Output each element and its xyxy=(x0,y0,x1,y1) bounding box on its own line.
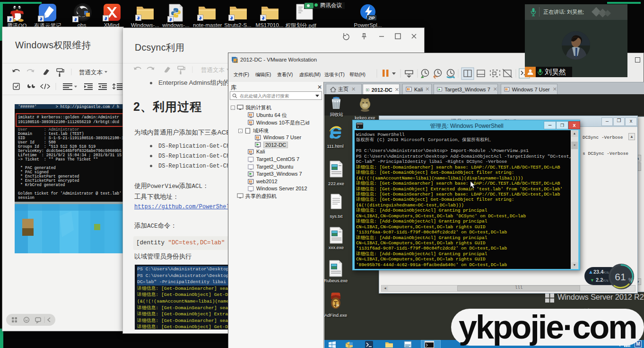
svg-text:61: 61 xyxy=(615,271,626,282)
svg-text:w: w xyxy=(336,303,339,307)
svg-text:ZIP: ZIP xyxy=(368,16,375,20)
svg-text:普通文本: 普通文本 xyxy=(79,69,103,76)
svg-text:%: % xyxy=(628,277,633,283)
svg-text:普通文本: 普通文本 xyxy=(201,67,225,73)
